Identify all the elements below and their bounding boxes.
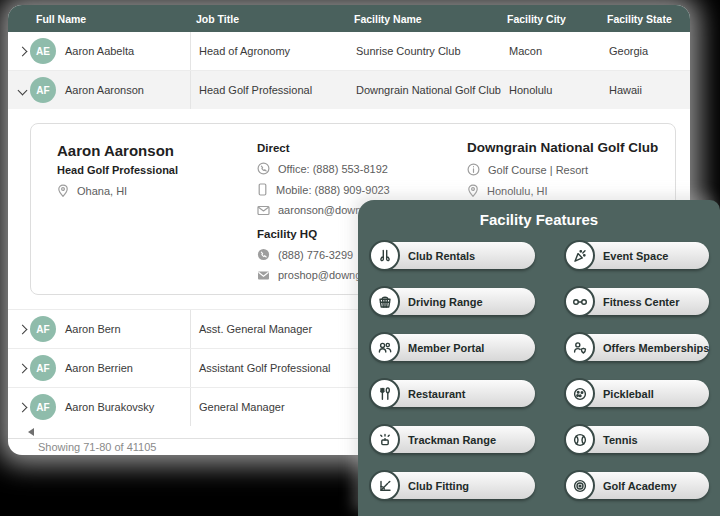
- fitting-angle-icon: [369, 470, 400, 501]
- detail-contact-location: Ohana, HI: [77, 185, 127, 197]
- feature-pill-member-portal[interactable]: Member Portal: [371, 334, 535, 361]
- job-title-cell: General Manager: [190, 388, 348, 426]
- facility-name-cell: Downgrain National Golf Club: [348, 84, 501, 96]
- feature-pill-event-space[interactable]: Event Space: [566, 242, 709, 269]
- row-count-status: Showing 71-80 of 41105: [38, 441, 156, 453]
- facility-location: Honolulu, HI: [487, 185, 548, 197]
- direct-section-label: Direct: [257, 142, 390, 154]
- utensils-icon: [369, 378, 400, 409]
- job-title-cell: Head Golf Professional: [190, 71, 348, 109]
- pickleball-icon: [564, 378, 595, 409]
- job-title-cell: Asst. General Manager: [190, 310, 348, 348]
- feature-pill-offers-memberships[interactable]: Offers Memberships: [566, 334, 709, 361]
- column-header-job-title[interactable]: Job Title: [190, 13, 348, 25]
- detail-facility-name: Downgrain National Golf Club: [467, 140, 658, 155]
- table-header: Full Name Job Title Facility Name Facili…: [8, 5, 690, 32]
- facility-city-cell: Honolulu: [501, 84, 601, 96]
- contact-name: Aaron Aaronson: [65, 84, 144, 96]
- panel-title: Facility Features: [358, 211, 720, 228]
- feature-pill-fitness-center[interactable]: Fitness Center: [566, 288, 709, 315]
- avatar: AF: [30, 77, 56, 103]
- facility-type: Golf Course | Resort: [488, 164, 588, 176]
- facility-state-cell: Georgia: [601, 45, 690, 57]
- feature-pill-tennis[interactable]: Tennis: [566, 426, 709, 453]
- envelope-icon: [257, 205, 270, 216]
- hq-email: proshop@downgr: [278, 269, 365, 281]
- feature-pill-restaurant[interactable]: Restaurant: [371, 380, 535, 407]
- feature-pill-club-rentals[interactable]: Club Rentals: [371, 242, 535, 269]
- facility-features-panel: Facility Features Club Rentals Event Spa…: [358, 200, 720, 516]
- member-badge-icon: [564, 332, 595, 363]
- screen: Full Name Job Title Facility Name Facili…: [0, 0, 720, 516]
- features-grid: Club Rentals Event Space Driving Range F…: [358, 228, 720, 499]
- facility-state-cell: Hawaii: [601, 84, 690, 96]
- feature-pill-club-fitting[interactable]: Club Fitting: [371, 472, 535, 499]
- info-icon: [467, 163, 480, 176]
- contact-name: Aaron Berrien: [65, 362, 133, 374]
- detail-contact-name: Aaron Aaronson: [57, 142, 178, 159]
- tennis-ball-icon: [564, 424, 595, 455]
- job-title-cell: Head of Agronomy: [190, 32, 348, 70]
- job-title-cell: Assistant Golf Professional: [190, 349, 348, 387]
- mobile-phone: Mobile: (888) 909-9023: [276, 184, 390, 196]
- hq-phone: (888) 776-3299: [278, 249, 353, 261]
- table-row-expanded[interactable]: AF Aaron Aaronson Head Golf Professional…: [8, 70, 690, 109]
- location-pin-icon: [57, 184, 69, 198]
- column-header-full-name[interactable]: Full Name: [30, 13, 190, 25]
- contact-name: Aaron Aabelta: [65, 45, 134, 57]
- feature-pill-trackman-range[interactable]: Trackman Range: [371, 426, 535, 453]
- phone-circle-icon: [257, 162, 270, 175]
- avatar: AF: [30, 355, 56, 381]
- chevron-right-icon[interactable]: [18, 402, 28, 412]
- detail-contact-title: Head Golf Professional: [57, 164, 178, 176]
- chevron-right-icon[interactable]: [18, 363, 28, 373]
- facility-name-cell: Sunrise Country Club: [348, 45, 501, 57]
- facility-city-cell: Macon: [501, 45, 601, 57]
- feature-pill-golf-academy[interactable]: Golf Academy: [566, 472, 709, 499]
- location-pin-icon: [467, 184, 479, 198]
- avatar: AE: [30, 38, 56, 64]
- feature-pill-driving-range[interactable]: Driving Range: [371, 288, 535, 315]
- contact-name: Aaron Bern: [65, 323, 121, 335]
- dumbbell-icon: [564, 286, 595, 317]
- golf-clubs-icon: [369, 240, 400, 271]
- party-popper-icon: [564, 240, 595, 271]
- table-row[interactable]: AE Aaron Aabelta Head of Agronomy Sunris…: [8, 32, 690, 70]
- column-header-facility-state[interactable]: Facility State: [601, 13, 690, 25]
- chevron-right-icon[interactable]: [18, 324, 28, 334]
- column-header-facility-city[interactable]: Facility City: [501, 13, 601, 25]
- detail-identity-block: Aaron Aaronson Head Golf Professional Oh…: [57, 142, 178, 198]
- scroll-left-arrow-icon[interactable]: [28, 428, 34, 436]
- radar-icon: [369, 424, 400, 455]
- mobile-phone-icon: [257, 183, 268, 196]
- column-header-facility-name[interactable]: Facility Name: [348, 13, 501, 25]
- people-icon: [369, 332, 400, 363]
- avatar: AF: [30, 316, 56, 342]
- ball-basket-icon: [369, 286, 400, 317]
- contact-name: Aaron Burakovsky: [65, 401, 154, 413]
- avatar: AF: [30, 394, 56, 420]
- phone-filled-icon: [257, 248, 270, 261]
- detail-facility-block: Downgrain National Golf Club Golf Course…: [467, 140, 658, 198]
- feature-pill-pickleball[interactable]: Pickleball: [566, 380, 709, 407]
- chevron-right-icon[interactable]: [18, 46, 28, 56]
- office-phone: Office: (888) 553-8192: [278, 163, 388, 175]
- envelope-filled-icon: [257, 270, 270, 281]
- chevron-down-icon[interactable]: [18, 85, 28, 95]
- target-icon: [564, 470, 595, 501]
